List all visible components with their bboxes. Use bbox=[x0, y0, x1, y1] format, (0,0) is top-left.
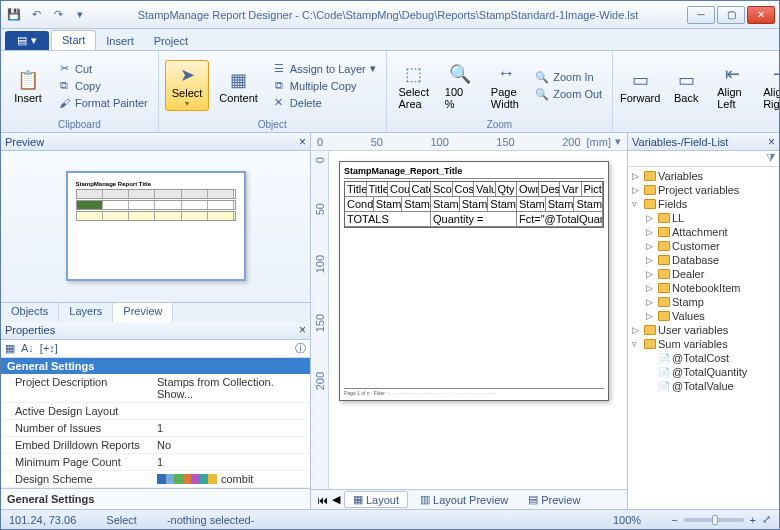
copy-button[interactable]: ⧉Copy bbox=[53, 78, 152, 94]
close-button[interactable]: ✕ bbox=[747, 6, 775, 24]
ribbon-tabstrip: ▤▾ Start Insert Project bbox=[1, 29, 779, 51]
design-canvas[interactable]: StampManage_Report_Title TitleTitle_shor… bbox=[329, 151, 627, 489]
zoom-in-button[interactable]: 🔍Zoom In bbox=[531, 69, 606, 85]
properties-close-icon[interactable]: × bbox=[299, 323, 306, 337]
sort-alpha-icon[interactable]: A↓ bbox=[21, 342, 34, 354]
zoom-minus-button[interactable]: − bbox=[671, 514, 677, 526]
category-general-settings[interactable]: General Settings bbox=[1, 358, 310, 374]
insert-button[interactable]: 📋Insert bbox=[7, 66, 49, 106]
undo-icon[interactable]: ↶ bbox=[27, 6, 45, 24]
tree-node[interactable]: ▷LL bbox=[630, 211, 777, 225]
brush-icon: 🖌 bbox=[57, 96, 71, 110]
preview-icon: ▤ bbox=[528, 493, 538, 506]
select-area-button[interactable]: ⬚Select Area bbox=[393, 60, 435, 112]
layoutpreview-icon: ▥ bbox=[420, 493, 430, 506]
insert-icon: 📋 bbox=[16, 68, 40, 92]
variables-close-icon[interactable]: × bbox=[768, 135, 775, 149]
tab-insert[interactable]: Insert bbox=[96, 32, 144, 50]
back-icon: ▭ bbox=[674, 68, 698, 92]
tree-node[interactable]: ▿Sum variables bbox=[630, 337, 777, 351]
zoom-out-button[interactable]: 🔍Zoom Out bbox=[531, 86, 606, 102]
variables-panel-header: Variables-/Field-List× bbox=[628, 133, 779, 151]
qat-dropdown-icon[interactable]: ▾ bbox=[71, 6, 89, 24]
preview-panel-header: Preview× bbox=[1, 133, 310, 151]
prop-min-page-count[interactable]: Minimum Page Count1 bbox=[1, 454, 310, 471]
report-title-field[interactable]: StampManage_Report_Title bbox=[344, 166, 604, 179]
ribbon: 📋Insert ✂Cut ⧉Copy 🖌Format Painter Clipb… bbox=[1, 51, 779, 133]
format-painter-button[interactable]: 🖌Format Painter bbox=[53, 95, 152, 111]
nav-first-icon[interactable]: ⏮ bbox=[317, 494, 328, 506]
prop-active-design-layout[interactable]: Active Design Layout bbox=[1, 403, 310, 420]
tree-node[interactable]: 📄@TotalCost bbox=[630, 351, 777, 365]
maximize-button[interactable]: ▢ bbox=[717, 6, 745, 24]
tab-project[interactable]: Project bbox=[144, 32, 198, 50]
copy-icon: ⧉ bbox=[57, 79, 71, 93]
tree-node[interactable]: 📄@TotalQuantity bbox=[630, 365, 777, 379]
tree-node[interactable]: ▷NotebookItem bbox=[630, 281, 777, 295]
nav-prev-icon[interactable]: ◀ bbox=[332, 493, 340, 506]
tree-node[interactable]: ▷User variables bbox=[630, 323, 777, 337]
tree-node[interactable]: ▷Customer bbox=[630, 239, 777, 253]
cut-icon: ✂ bbox=[57, 62, 71, 76]
file-tab[interactable]: ▤▾ bbox=[5, 31, 49, 50]
cursor-icon: ➤ bbox=[175, 63, 199, 87]
tree-node[interactable]: ▷Attachment bbox=[630, 225, 777, 239]
zoom-100-button[interactable]: 🔍100 % bbox=[439, 60, 481, 112]
tree-node[interactable]: ▿Fields bbox=[630, 197, 777, 211]
tab-layout[interactable]: ▦Layout bbox=[344, 491, 408, 508]
report-page[interactable]: StampManage_Report_Title TitleTitle_shor… bbox=[339, 161, 609, 401]
preview-thumbnail[interactable]: StampManage Report Title bbox=[66, 171, 246, 281]
tree-node[interactable]: ▷Stamp bbox=[630, 295, 777, 309]
back-button[interactable]: ▭Back bbox=[665, 66, 707, 106]
zoom-plus-button[interactable]: + bbox=[750, 514, 756, 526]
filter-icon[interactable]: ⧩ bbox=[766, 151, 775, 166]
cut-button[interactable]: ✂Cut bbox=[53, 61, 152, 77]
prop-design-scheme[interactable]: Design Schemecombit bbox=[1, 471, 310, 488]
tree-node[interactable]: 📄@TotalValue bbox=[630, 379, 777, 393]
info-icon[interactable]: ⓘ bbox=[295, 341, 306, 356]
tree-node[interactable]: ▷Variables bbox=[630, 169, 777, 183]
redo-icon[interactable]: ↷ bbox=[49, 6, 67, 24]
tab-preview[interactable]: Preview bbox=[113, 303, 173, 322]
properties-grid: General Settings Project DescriptionStam… bbox=[1, 358, 310, 489]
tab-preview-center[interactable]: ▤Preview bbox=[520, 492, 588, 507]
sort-category-icon[interactable]: ▦ bbox=[5, 342, 15, 355]
tree-node[interactable]: ▷Values bbox=[630, 309, 777, 323]
prop-embed-drilldown[interactable]: Embed Drilldown ReportsNo bbox=[1, 437, 310, 454]
delete-button[interactable]: ✕Delete bbox=[268, 95, 380, 111]
tree-node[interactable]: ▷Database bbox=[630, 253, 777, 267]
ruler-dropdown-icon[interactable]: ▾ bbox=[615, 135, 621, 148]
status-zoom: 100% bbox=[613, 514, 641, 526]
multiple-copy-button[interactable]: ⧉Multiple Copy bbox=[268, 78, 380, 94]
group-arrange-label: Arrange bbox=[619, 118, 780, 130]
alignright-icon: ⇥ bbox=[768, 62, 780, 86]
assign-layer-button[interactable]: ☰Assign to Layer ▾ bbox=[268, 61, 380, 77]
tab-layout-preview[interactable]: ▥Layout Preview bbox=[412, 492, 516, 507]
select-button[interactable]: ➤Select▾ bbox=[165, 60, 210, 111]
prop-project-description[interactable]: Project DescriptionStamps from Collectio… bbox=[1, 374, 310, 403]
minimize-button[interactable]: ─ bbox=[687, 6, 715, 24]
tab-start[interactable]: Start bbox=[51, 30, 96, 50]
expand-icon[interactable]: [+↕] bbox=[40, 342, 58, 354]
content-button[interactable]: ▦Content bbox=[213, 66, 264, 106]
zoom-expand-icon[interactable]: ⤢ bbox=[762, 513, 771, 526]
prop-number-of-issues[interactable]: Number of Issues1 bbox=[1, 420, 310, 437]
align-left-button[interactable]: ⇤Align Left bbox=[711, 60, 753, 112]
tab-objects[interactable]: Objects bbox=[1, 303, 59, 322]
group-zoom-label: Zoom bbox=[393, 118, 606, 130]
report-table[interactable]: TitleTitle_shortCountryCategoryScott#Cos… bbox=[344, 181, 604, 228]
tab-layers[interactable]: Layers bbox=[59, 303, 113, 322]
zoomin-icon: 🔍 bbox=[535, 70, 549, 84]
variables-tree: ▷Variables▷Project variables▿Fields▷LL▷A… bbox=[628, 167, 779, 509]
align-right-button[interactable]: ⇥Align Right bbox=[757, 60, 780, 112]
page-width-button[interactable]: ↔Page Width bbox=[485, 60, 527, 112]
preview-close-icon[interactable]: × bbox=[299, 135, 306, 149]
tree-node[interactable]: ▷Dealer bbox=[630, 267, 777, 281]
save-icon[interactable]: 💾 bbox=[5, 6, 23, 24]
properties-footer: General Settings bbox=[1, 488, 310, 509]
forward-button[interactable]: ▭Forward bbox=[619, 66, 661, 106]
forward-icon: ▭ bbox=[628, 68, 652, 92]
zoom-slider[interactable] bbox=[684, 518, 744, 522]
properties-panel-header: Properties× bbox=[1, 322, 310, 340]
tree-node[interactable]: ▷Project variables bbox=[630, 183, 777, 197]
